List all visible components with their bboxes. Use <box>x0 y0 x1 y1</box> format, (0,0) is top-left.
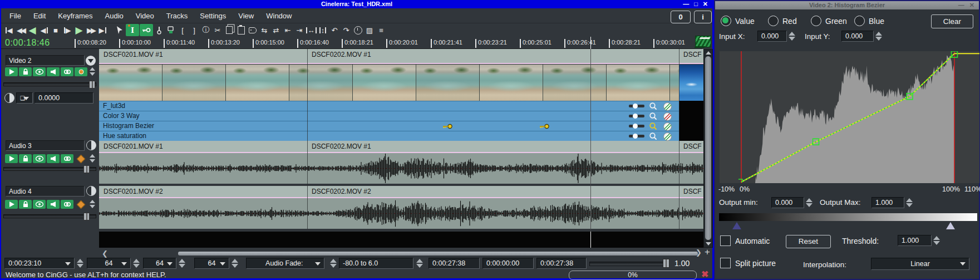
histogram-titlebar[interactable]: Video 2: Histogram Bezier — ✕ <box>715 1 979 9</box>
effect-row-histogram-bezier[interactable]: Histogram Bezier <box>99 121 679 131</box>
menu-view[interactable]: View <box>232 12 260 20</box>
copy-icon[interactable] <box>224 24 235 36</box>
cut-icon[interactable]: ✂ <box>212 24 223 36</box>
threshold-field[interactable]: 1.000 <box>898 235 932 246</box>
play-icon[interactable] <box>5 154 18 163</box>
play-icon[interactable] <box>5 67 18 76</box>
scroll-down-icon[interactable] <box>706 242 711 245</box>
menu-video[interactable]: Video <box>130 12 160 20</box>
scroll-up-icon[interactable] <box>706 51 711 55</box>
span-keyframe-icon[interactable] <box>154 24 165 36</box>
track-title-audio3[interactable]: Audio 3 <box>6 140 85 151</box>
channel-radio-red[interactable]: Red <box>768 16 797 26</box>
maximize-icon[interactable]: □ <box>694 0 698 8</box>
play-icon[interactable] <box>5 200 18 209</box>
audio4-waveform[interactable] <box>99 198 703 229</box>
draw-eye-icon[interactable] <box>33 67 46 76</box>
horizontal-scrollbar[interactable] <box>178 252 698 256</box>
menu-settings[interactable]: Settings <box>194 12 232 20</box>
duration-dropdown[interactable]: 0:00:23:10 <box>4 258 75 269</box>
audio4-fader[interactable] <box>3 214 96 218</box>
cancel-operation-icon[interactable]: ✖ <box>701 269 708 279</box>
autos-range-spinner[interactable] <box>416 258 423 269</box>
menu-window[interactable]: Window <box>260 12 298 20</box>
channel-radio-blue[interactable]: Blue <box>854 16 884 26</box>
effect-row-hue-saturation[interactable]: Hue saturation <box>99 131 679 141</box>
lock-labels-icon[interactable] <box>165 24 176 36</box>
minimize-icon[interactable]: — <box>683 0 689 8</box>
audio3-waveform[interactable] <box>99 153 703 184</box>
timebar-ruler[interactable]: 0:00:18:46 0:00:08:200:00:10:000:00:11:4… <box>1 37 702 49</box>
manual-goto-icon[interactable] <box>352 24 363 36</box>
info-button[interactable]: i <box>694 11 712 23</box>
fit-selection-icon[interactable]: ↔ <box>306 24 317 36</box>
input-x-spinner[interactable] <box>788 31 796 42</box>
effect-slider-icon[interactable] <box>629 135 644 137</box>
autos-type-dropdown[interactable]: Audio Fade: <box>246 258 324 269</box>
audio3-labelbar[interactable]: DSCF0201.MOV #1DSCF0202.MOV #1DSCF <box>99 141 703 153</box>
input-y-field[interactable]: 0.000 <box>841 31 874 42</box>
effect-slider-icon[interactable] <box>629 115 644 117</box>
out-point-icon[interactable]: ] <box>189 24 200 36</box>
output-min-field[interactable]: 0.000 <box>771 197 804 208</box>
effect-magnifier-icon[interactable] <box>649 112 658 121</box>
video2-resize-arrows[interactable] <box>90 67 95 76</box>
scroll-right-icon[interactable]: ❯ <box>696 248 702 257</box>
effect-row-f-lut3d[interactable]: F_lut3d <box>99 101 679 111</box>
gang-slider[interactable] <box>589 262 664 266</box>
frame-reverse-icon[interactable]: ◀ <box>38 24 50 36</box>
playhead-ruler[interactable] <box>590 37 591 49</box>
clear-button[interactable]: Clear <box>931 14 973 28</box>
output-max-spinner[interactable] <box>905 197 913 208</box>
selection-length-field[interactable]: 0:00:00:00 <box>482 258 534 269</box>
menu-keyframes[interactable]: Keyframes <box>52 12 99 20</box>
frame-forward-icon[interactable]: ▶ <box>62 24 73 36</box>
output-min-spinner[interactable] <box>805 197 813 208</box>
selection-start-field[interactable]: 0:00:27:38 <box>429 258 480 269</box>
amplitude-dropdown[interactable]: 64 <box>143 258 176 269</box>
track-title-audio4[interactable]: Audio 4 <box>6 186 85 197</box>
selection-end-field[interactable]: 0:00:27:38 <box>536 258 587 269</box>
prev-label-icon[interactable]: ⇆ <box>259 24 270 36</box>
effect-magnifier-icon[interactable] <box>649 132 658 141</box>
output-max-field[interactable]: 1.000 <box>871 197 904 208</box>
sample-zoom-spinner[interactable] <box>132 258 140 269</box>
next-label-icon[interactable]: ⇄ <box>270 24 282 36</box>
output-max-triangle[interactable] <box>946 222 955 229</box>
histogram-plot[interactable] <box>720 51 979 183</box>
redo-icon[interactable]: ↷ <box>341 24 352 36</box>
fast-reverse-icon[interactable]: ◀◀ <box>15 24 26 36</box>
arrow-mode-icon[interactable] <box>114 24 125 36</box>
goto-end-icon[interactable]: ▶ <box>97 24 108 36</box>
video2-fader[interactable] <box>3 82 96 86</box>
audio4-master-dot[interactable] <box>77 200 86 209</box>
keyframe-key-icon[interactable] <box>539 123 550 130</box>
in-point-icon[interactable]: [ <box>177 24 188 36</box>
audio3-fader[interactable] <box>3 167 96 171</box>
fast-forward-icon[interactable]: ▶▶ <box>85 24 96 36</box>
effect-row-color-3-way[interactable]: Color 3 Way <box>99 111 679 121</box>
gang-link-icon[interactable] <box>61 154 73 163</box>
gang-slider-handle[interactable] <box>663 259 669 268</box>
record-dot-icon[interactable] <box>75 67 87 76</box>
draw-eye-icon[interactable] <box>33 200 46 209</box>
threshold-spinner[interactable] <box>933 235 940 246</box>
goto-start-icon[interactable]: ◀ <box>3 24 14 36</box>
close-icon[interactable]: ✕ <box>969 1 974 9</box>
keyframe-mode-icon[interactable] <box>140 24 153 36</box>
effect-enable-icon[interactable] <box>663 122 672 131</box>
gang-link-icon[interactable] <box>61 67 73 76</box>
main-titlebar[interactable]: Cinelerra: Test_HDR.xml — □ ✕ <box>1 0 712 8</box>
reset-button[interactable]: Reset <box>786 235 831 248</box>
render-preview-icon[interactable]: ▨ <box>364 24 375 36</box>
play-forward-icon[interactable]: ▶ <box>73 24 85 36</box>
effect-enable-icon[interactable] <box>663 132 672 141</box>
video-thumbnails[interactable] <box>99 65 703 101</box>
vscroll-thumb[interactable] <box>705 56 711 240</box>
autos-spinner[interactable] <box>329 258 337 269</box>
mute-speaker-icon[interactable] <box>47 67 60 76</box>
menu-file[interactable]: File <box>3 12 27 20</box>
sample-zoom-dropdown[interactable]: 64 <box>87 258 131 269</box>
input-y-spinner[interactable] <box>875 31 883 42</box>
mute-speaker-icon[interactable] <box>47 154 60 163</box>
